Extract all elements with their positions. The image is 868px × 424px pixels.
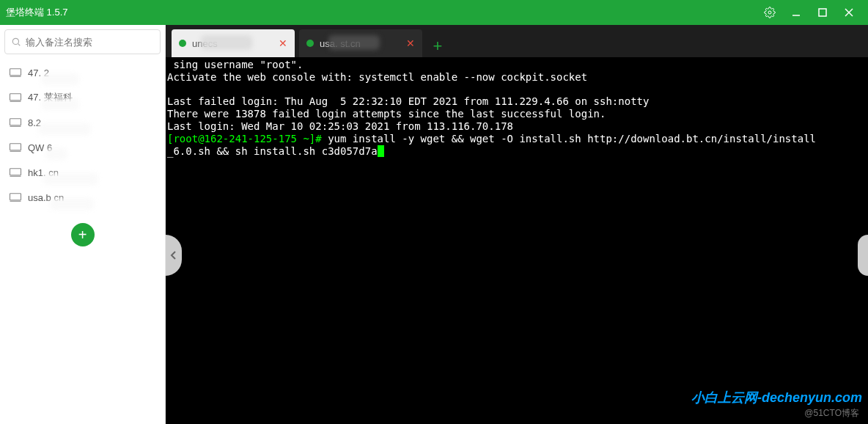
redaction — [201, 35, 252, 50]
server-item[interactable]: 47. 莱福科 — [4, 85, 161, 110]
server-item[interactable]: QW 6 — [4, 135, 161, 160]
svg-rect-17 — [10, 194, 21, 200]
right-panel-handle[interactable] — [858, 235, 868, 276]
sidebar: 47. 2 47. 莱福科 8.2 QW 6 hk1. cn usa.b cn … — [0, 25, 166, 424]
svg-point-5 — [12, 38, 18, 44]
tab-bar: unecs ✕ usa. st.cn ✕ + — [166, 25, 868, 57]
watermark-cto: @51CTO博客 — [804, 407, 859, 420]
search-box[interactable] — [4, 29, 161, 54]
close-button[interactable] — [836, 1, 862, 24]
redaction — [41, 98, 79, 110]
svg-rect-11 — [10, 119, 21, 125]
svg-rect-15 — [10, 169, 21, 175]
monitor-icon — [9, 167, 22, 178]
watermark: 小白上云网-dechenyun.com — [691, 389, 862, 406]
content-area: unecs ✕ usa. st.cn ✕ + sing username "ro… — [166, 25, 868, 424]
search-input[interactable] — [26, 37, 154, 48]
terminal-line: Last login: Wed Mar 10 02:25:03 2021 fro… — [167, 120, 513, 132]
server-item[interactable]: 47. 2 — [4, 60, 161, 85]
minimize-button[interactable] — [783, 1, 809, 24]
monitor-icon — [9, 67, 22, 78]
status-dot-icon — [179, 40, 186, 47]
terminal-line: sing username "root". — [167, 59, 303, 70]
new-tab-button[interactable]: + — [427, 35, 449, 57]
monitor-icon — [9, 192, 22, 202]
terminal[interactable]: sing username "root". Activate the web c… — [166, 57, 868, 424]
svg-rect-13 — [10, 144, 21, 150]
settings-button[interactable] — [757, 1, 783, 24]
terminal-cursor — [378, 145, 384, 157]
redaction — [43, 173, 98, 185]
monitor-icon — [9, 142, 22, 153]
maximize-button[interactable] — [809, 1, 836, 24]
svg-point-0 — [768, 11, 771, 14]
redaction — [328, 35, 380, 50]
tab-close-icon[interactable]: ✕ — [279, 37, 287, 49]
app-title: 堡塔终端 1.5.7 — [6, 6, 757, 19]
redaction — [38, 123, 91, 135]
terminal-line: Activate the web console with: systemctl… — [167, 71, 587, 83]
titlebar: 堡塔终端 1.5.7 — [0, 0, 868, 25]
monitor-icon — [9, 92, 22, 103]
redaction — [41, 73, 79, 85]
redaction — [50, 198, 94, 210]
redaction — [45, 148, 67, 160]
tab-close-icon[interactable]: ✕ — [406, 37, 415, 49]
tab-active[interactable]: usa. st.cn ✕ — [299, 29, 422, 57]
terminal-line: There were 13878 failed login attempts s… — [167, 108, 606, 120]
tab-inactive[interactable]: unecs ✕ — [172, 29, 295, 57]
monitor-icon — [9, 117, 22, 128]
terminal-prompt: [root@162-241-125-175 ~]# — [167, 133, 322, 145]
terminal-line: Last failed login: Thu Aug 5 22:32:10 ED… — [167, 95, 649, 107]
svg-rect-9 — [10, 94, 21, 100]
status-dot-icon — [306, 40, 314, 47]
server-list: 47. 2 47. 莱福科 8.2 QW 6 hk1. cn usa.b cn — [4, 60, 161, 210]
svg-rect-7 — [10, 69, 21, 76]
add-server-button[interactable]: + — [71, 223, 95, 246]
search-icon — [11, 37, 21, 47]
svg-rect-2 — [819, 9, 826, 16]
svg-line-6 — [18, 44, 21, 46]
